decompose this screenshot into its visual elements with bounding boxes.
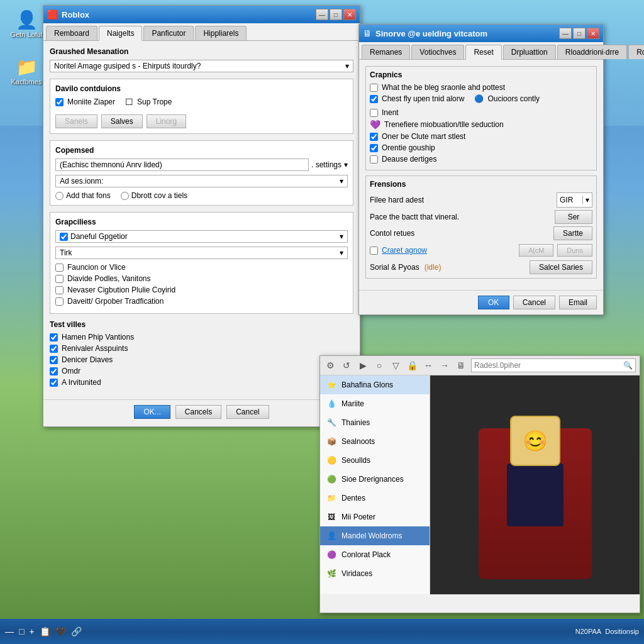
acm-button[interactable]: A[cM — [519, 244, 553, 257]
desktop-icon-user[interactable]: 👤 Getn Loful — [6, 9, 47, 38]
sidebar-item-mandel[interactable]: 👤 Mandel Woldroms — [320, 526, 430, 545]
search-icon[interactable]: 🔍 — [623, 361, 633, 370]
deause-checkbox[interactable] — [370, 155, 378, 164]
oner-be-checkbox[interactable] — [370, 133, 378, 141]
cancel-button[interactable]: Cancel — [226, 405, 269, 419]
grapciliess-second-select[interactable]: Tirk ▾ — [55, 247, 348, 259]
taskbar-icon-5[interactable]: 🖤 — [55, 626, 66, 636]
settings-cancel-button[interactable]: Cancel — [513, 296, 555, 309]
sidebar-label-thainies: Thainies — [341, 418, 370, 427]
sidebar-item-mii-poeter[interactable]: 🖼 Mii Poeter — [320, 508, 430, 526]
taskbar-icon-1[interactable]: — — [5, 626, 14, 636]
copemsed-dropdown[interactable]: (Eachisc themnonú Anrv lided) — [55, 158, 309, 171]
filee-input[interactable] — [557, 193, 582, 207]
desktop-icon-folder[interactable]: 📁 Kacfbmes — [6, 57, 47, 86]
tab-robigs[interactable]: Robigs — [628, 45, 644, 59]
inent-checkbox[interactable] — [370, 109, 378, 117]
tab-hippliarels[interactable]: Hippliarels — [195, 26, 247, 40]
sartte-button[interactable]: Sartte — [553, 226, 592, 240]
sidebar-item-seoullds[interactable]: 🟡 Seoullds — [320, 451, 430, 470]
tab-drpluattion[interactable]: Drpluattion — [503, 45, 556, 59]
denicer-checkbox[interactable] — [50, 356, 58, 364]
irvitunited-checkbox[interactable] — [50, 379, 58, 387]
radio-add-fons-input[interactable] — [55, 192, 64, 200]
sidebar-item-sioe[interactable]: 🟢 Sioe Drerignances — [320, 470, 430, 489]
salves-button[interactable]: Salves — [101, 114, 143, 128]
gear-icon[interactable]: ⚙ — [324, 359, 336, 372]
tab-reset[interactable]: Reset — [465, 45, 501, 60]
sidebar-item-conlorat[interactable]: 🟣 Conlorat Plack — [320, 545, 430, 564]
linorg-button[interactable]: Linorg — [147, 114, 186, 128]
leaf-icon: 🌿 — [325, 567, 338, 580]
diavide-checkbox[interactable] — [55, 275, 64, 283]
roblox-icon: 🟥 — [47, 9, 58, 19]
tab-naigelts[interactable]: Naigelts — [99, 26, 142, 41]
sidebar-item-sealnoots[interactable]: 📦 Sealnoots — [320, 432, 430, 451]
filee-dropdown-arrow[interactable]: ▾ — [582, 196, 592, 204]
taskbar-icon-3[interactable]: + — [29, 626, 34, 636]
sidebar-item-dentes[interactable]: 📁 Dentes — [320, 489, 430, 508]
taskbar-icon-6[interactable]: 🔗 — [71, 626, 82, 636]
irvitunited-row: A Irvitunited — [50, 378, 353, 387]
daveitt-checkbox[interactable] — [55, 297, 64, 306]
arrow-icon[interactable]: → — [438, 359, 451, 372]
ser-button[interactable]: Ser — [555, 210, 592, 224]
duns-button[interactable]: Duns — [557, 244, 592, 257]
image-icon: 🖼 — [325, 511, 338, 523]
taskbar-icon-4[interactable]: 📋 — [40, 626, 50, 636]
copemsed-select[interactable]: Ad ses.ionm: ▾ — [55, 175, 348, 187]
settings-titlebar[interactable]: 🖥 Sinorve @e uelding vitcatom — □ ✕ — [359, 25, 603, 42]
sidebar-item-viridaces[interactable]: 🌿 Viridaces — [320, 564, 430, 583]
omdr-checkbox[interactable] — [50, 367, 58, 375]
maximize-button[interactable]: □ — [330, 9, 342, 20]
settings-maximize[interactable]: □ — [573, 28, 586, 39]
lock-icon[interactable]: 🔒 — [406, 359, 418, 372]
nevaser-checkbox[interactable] — [55, 286, 64, 294]
salcel-button[interactable]: Salcel Saries — [530, 260, 592, 274]
cancels-button[interactable]: Cancels — [175, 405, 221, 419]
taskbar-icon-2[interactable]: □ — [19, 626, 24, 636]
settings-minimize[interactable]: — — [559, 28, 572, 39]
monitor-icon[interactable]: 🖥 — [455, 359, 467, 372]
tab-votiochves[interactable]: Votiochves — [411, 45, 464, 59]
refresh-icon[interactable]: ↺ — [340, 359, 353, 372]
swap-icon[interactable]: ↔ — [422, 359, 435, 372]
settings-ok-button[interactable]: OK — [478, 296, 509, 309]
character: 😊 ❤ — [507, 416, 564, 526]
grapciliess-dropdown[interactable]: Daneful Gpgetior ▾ — [55, 230, 348, 243]
hamen-checkbox[interactable] — [50, 333, 58, 341]
grapciliess-check[interactable] — [60, 233, 68, 241]
circle-icon[interactable]: ○ — [373, 359, 386, 372]
graushed-dropdown[interactable]: Noritel Amage gusiped s - Ehirputś itour… — [50, 60, 353, 72]
sidebar-item-thainies[interactable]: 🔧 Thainies — [320, 413, 430, 432]
moniite-checkbox[interactable] — [55, 98, 64, 106]
search-box[interactable]: 🔍 — [471, 358, 636, 372]
radio-dbrott-input[interactable] — [121, 192, 129, 200]
craret-link[interactable]: Craret agnow — [382, 246, 427, 255]
roblox-titlebar[interactable]: 🟥 Roblox — □ ✕ — [43, 6, 360, 23]
play-icon[interactable]: ▶ — [357, 359, 369, 372]
renivaler-checkbox[interactable] — [50, 345, 58, 353]
settings-close[interactable]: ✕ — [587, 28, 599, 39]
search-input[interactable] — [474, 361, 623, 370]
settings-email-button[interactable]: Email — [559, 296, 597, 309]
minimize-button[interactable]: — — [316, 9, 328, 20]
tab-remboard[interactable]: Remboard — [46, 26, 97, 40]
tab-panficutor[interactable]: Panficutor — [143, 26, 194, 40]
down-icon[interactable]: ▽ — [389, 359, 402, 372]
orentie-checkbox[interactable] — [370, 144, 378, 152]
sanels-button[interactable]: Sanels — [55, 114, 97, 128]
craret-checkbox[interactable] — [370, 247, 378, 255]
close-button[interactable]: ✕ — [343, 9, 356, 20]
sidebar-item-bahafina[interactable]: ⭐ Bahafina Glons — [320, 375, 430, 394]
what-be-checkbox[interactable] — [370, 84, 378, 92]
daveitt-row: Daveitt/ Grpober Tradfication — [55, 297, 348, 306]
chest-fly-checkbox[interactable] — [370, 95, 378, 103]
box-icon: 📦 — [325, 435, 338, 448]
grapciliess-second-value: Tirk — [60, 248, 340, 257]
tab-remanes[interactable]: Remanes — [362, 45, 410, 59]
ok-button[interactable]: OK... — [134, 405, 170, 419]
fauncion-checkbox[interactable] — [55, 264, 64, 272]
tab-rloaddrioni[interactable]: Rloaddrioni·drre — [557, 45, 627, 59]
sidebar-item-mariite[interactable]: 💧 Mariite — [320, 394, 430, 413]
